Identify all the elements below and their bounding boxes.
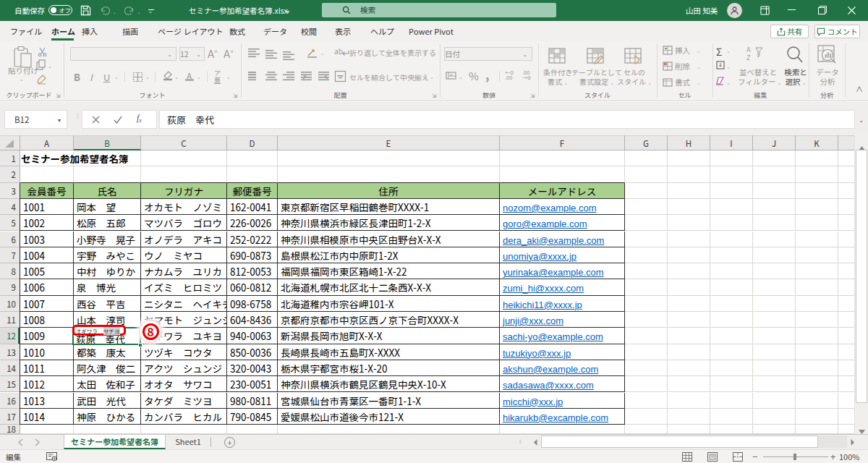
svg-text:Z: Z: [746, 53, 750, 61]
svg-text:￥: ￥: [449, 72, 454, 78]
